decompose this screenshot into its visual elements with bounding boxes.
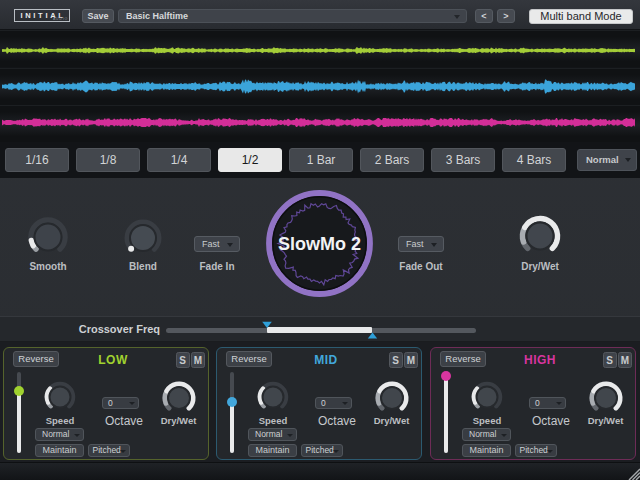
- svg-text:SlowMo 2: SlowMo 2: [278, 234, 361, 254]
